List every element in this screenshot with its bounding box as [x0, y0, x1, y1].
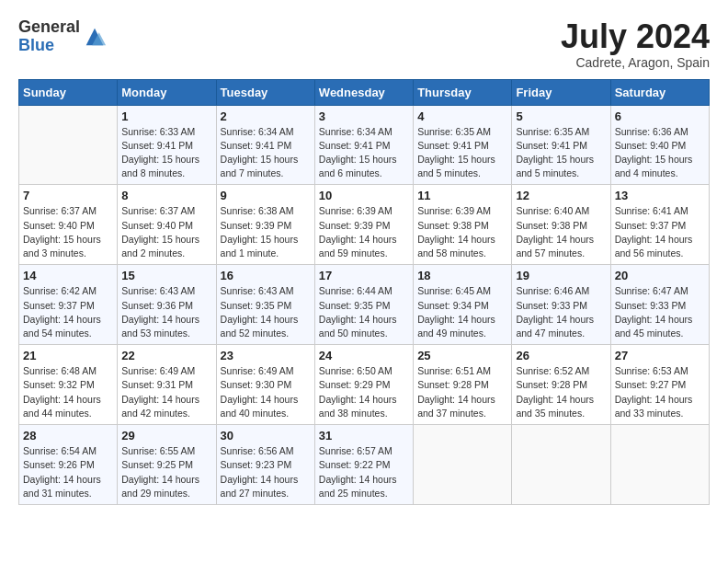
calendar-cell: 5Sunrise: 6:35 AM Sunset: 9:41 PM Daylig…: [512, 105, 610, 185]
cell-daylight-info: Sunrise: 6:49 AM Sunset: 9:30 PM Dayligh…: [221, 364, 311, 420]
calendar-cell: 11Sunrise: 6:39 AM Sunset: 9:38 PM Dayli…: [414, 185, 512, 265]
day-of-week-header: Tuesday: [216, 79, 314, 105]
day-of-week-header: Thursday: [414, 79, 512, 105]
cell-daylight-info: Sunrise: 6:37 AM Sunset: 9:40 PM Dayligh…: [121, 204, 211, 260]
logo-general: General: [18, 18, 80, 37]
calendar-cell: [414, 425, 512, 505]
logo: General Blue: [18, 18, 108, 55]
day-number: 17: [319, 269, 409, 282]
calendar-cell: [512, 425, 610, 505]
cell-daylight-info: Sunrise: 6:49 AM Sunset: 9:31 PM Dayligh…: [121, 364, 211, 420]
day-number: 18: [417, 269, 507, 282]
day-number: 5: [516, 109, 606, 123]
day-number: 20: [615, 269, 705, 282]
day-number: 11: [417, 189, 507, 202]
cell-daylight-info: Sunrise: 6:52 AM Sunset: 9:28 PM Dayligh…: [516, 364, 606, 420]
calendar-cell: 2Sunrise: 6:34 AM Sunset: 9:41 PM Daylig…: [216, 105, 314, 185]
cell-daylight-info: Sunrise: 6:45 AM Sunset: 9:34 PM Dayligh…: [417, 284, 507, 340]
cell-daylight-info: Sunrise: 6:57 AM Sunset: 9:22 PM Dayligh…: [319, 444, 409, 500]
title-block: July 2024 Cadrete, Aragon, Spain: [561, 18, 710, 70]
day-number: 12: [516, 189, 606, 202]
cell-daylight-info: Sunrise: 6:35 AM Sunset: 9:41 PM Dayligh…: [417, 125, 507, 181]
calendar-cell: 1Sunrise: 6:33 AM Sunset: 9:41 PM Daylig…: [118, 105, 216, 185]
day-of-week-header: Wednesday: [314, 79, 413, 105]
day-of-week-header: Friday: [512, 79, 610, 105]
day-of-week-header: Sunday: [19, 79, 118, 105]
day-number: 26: [516, 349, 606, 362]
calendar-cell: 16Sunrise: 6:43 AM Sunset: 9:35 PM Dayli…: [216, 265, 314, 345]
cell-daylight-info: Sunrise: 6:43 AM Sunset: 9:36 PM Dayligh…: [121, 284, 211, 340]
day-number: 15: [121, 269, 211, 282]
location: Cadrete, Aragon, Spain: [561, 55, 710, 70]
day-number: 10: [319, 189, 409, 202]
calendar-cell: 15Sunrise: 6:43 AM Sunset: 9:36 PM Dayli…: [118, 265, 216, 345]
cell-daylight-info: Sunrise: 6:38 AM Sunset: 9:39 PM Dayligh…: [221, 204, 311, 260]
cell-daylight-info: Sunrise: 6:39 AM Sunset: 9:38 PM Dayligh…: [417, 204, 507, 260]
page-header: General Blue July 2024 Cadrete, Aragon, …: [18, 18, 710, 70]
day-number: 23: [221, 349, 311, 362]
calendar-cell: 29Sunrise: 6:55 AM Sunset: 9:25 PM Dayli…: [118, 425, 216, 505]
month-title: July 2024: [561, 18, 710, 55]
day-number: 14: [23, 269, 113, 282]
calendar-cell: 6Sunrise: 6:36 AM Sunset: 9:40 PM Daylig…: [610, 105, 709, 185]
day-of-week-header: Saturday: [610, 79, 709, 105]
day-number: 9: [221, 189, 311, 202]
day-number: 24: [319, 349, 409, 362]
day-number: 31: [319, 429, 409, 442]
calendar-cell: 30Sunrise: 6:56 AM Sunset: 9:23 PM Dayli…: [216, 425, 314, 505]
day-number: 8: [121, 189, 211, 202]
calendar-cell: [610, 425, 709, 505]
calendar-cell: 26Sunrise: 6:52 AM Sunset: 9:28 PM Dayli…: [512, 345, 610, 425]
calendar-cell: 31Sunrise: 6:57 AM Sunset: 9:22 PM Dayli…: [314, 425, 413, 505]
cell-daylight-info: Sunrise: 6:43 AM Sunset: 9:35 PM Dayligh…: [221, 284, 311, 340]
cell-daylight-info: Sunrise: 6:36 AM Sunset: 9:40 PM Dayligh…: [615, 125, 705, 181]
day-number: 16: [221, 269, 311, 282]
cell-daylight-info: Sunrise: 6:56 AM Sunset: 9:23 PM Dayligh…: [221, 444, 311, 500]
calendar-cell: 27Sunrise: 6:53 AM Sunset: 9:27 PM Dayli…: [610, 345, 709, 425]
cell-daylight-info: Sunrise: 6:54 AM Sunset: 9:26 PM Dayligh…: [23, 444, 113, 500]
cell-daylight-info: Sunrise: 6:50 AM Sunset: 9:29 PM Dayligh…: [319, 364, 409, 420]
cell-daylight-info: Sunrise: 6:42 AM Sunset: 9:37 PM Dayligh…: [23, 284, 113, 340]
cell-daylight-info: Sunrise: 6:55 AM Sunset: 9:25 PM Dayligh…: [121, 444, 211, 500]
calendar-cell: 25Sunrise: 6:51 AM Sunset: 9:28 PM Dayli…: [414, 345, 512, 425]
cell-daylight-info: Sunrise: 6:33 AM Sunset: 9:41 PM Dayligh…: [121, 125, 211, 181]
day-number: 29: [121, 429, 211, 442]
cell-daylight-info: Sunrise: 6:44 AM Sunset: 9:35 PM Dayligh…: [319, 284, 409, 340]
calendar-cell: [19, 105, 118, 185]
cell-daylight-info: Sunrise: 6:34 AM Sunset: 9:41 PM Dayligh…: [319, 125, 409, 181]
calendar-cell: 18Sunrise: 6:45 AM Sunset: 9:34 PM Dayli…: [414, 265, 512, 345]
cell-daylight-info: Sunrise: 6:39 AM Sunset: 9:39 PM Dayligh…: [319, 204, 409, 260]
calendar-cell: 28Sunrise: 6:54 AM Sunset: 9:26 PM Dayli…: [19, 425, 118, 505]
cell-daylight-info: Sunrise: 6:40 AM Sunset: 9:38 PM Dayligh…: [516, 204, 606, 260]
cell-daylight-info: Sunrise: 6:51 AM Sunset: 9:28 PM Dayligh…: [417, 364, 507, 420]
day-number: 27: [615, 349, 705, 362]
day-number: 6: [615, 109, 705, 123]
calendar-cell: 14Sunrise: 6:42 AM Sunset: 9:37 PM Dayli…: [19, 265, 118, 345]
calendar-cell: 3Sunrise: 6:34 AM Sunset: 9:41 PM Daylig…: [314, 105, 413, 185]
calendar-cell: 23Sunrise: 6:49 AM Sunset: 9:30 PM Dayli…: [216, 345, 314, 425]
calendar-header-row: SundayMondayTuesdayWednesdayThursdayFrid…: [19, 79, 710, 105]
logo-icon: [82, 24, 108, 50]
calendar-week-row: 28Sunrise: 6:54 AM Sunset: 9:26 PM Dayli…: [19, 425, 710, 505]
day-number: 2: [221, 109, 311, 123]
day-of-week-header: Monday: [118, 79, 216, 105]
calendar-cell: 20Sunrise: 6:47 AM Sunset: 9:33 PM Dayli…: [610, 265, 709, 345]
day-number: 25: [417, 349, 507, 362]
day-number: 21: [23, 349, 113, 362]
day-number: 22: [121, 349, 211, 362]
calendar-cell: 9Sunrise: 6:38 AM Sunset: 9:39 PM Daylig…: [216, 185, 314, 265]
day-number: 28: [23, 429, 113, 442]
cell-daylight-info: Sunrise: 6:46 AM Sunset: 9:33 PM Dayligh…: [516, 284, 606, 340]
logo-blue: Blue: [18, 37, 80, 55]
calendar-cell: 7Sunrise: 6:37 AM Sunset: 9:40 PM Daylig…: [19, 185, 118, 265]
day-number: 4: [417, 109, 507, 123]
calendar-cell: 10Sunrise: 6:39 AM Sunset: 9:39 PM Dayli…: [314, 185, 413, 265]
cell-daylight-info: Sunrise: 6:53 AM Sunset: 9:27 PM Dayligh…: [615, 364, 705, 420]
calendar-cell: 12Sunrise: 6:40 AM Sunset: 9:38 PM Dayli…: [512, 185, 610, 265]
cell-daylight-info: Sunrise: 6:34 AM Sunset: 9:41 PM Dayligh…: [221, 125, 311, 181]
calendar-cell: 24Sunrise: 6:50 AM Sunset: 9:29 PM Dayli…: [314, 345, 413, 425]
day-number: 7: [23, 189, 113, 202]
calendar-week-row: 21Sunrise: 6:48 AM Sunset: 9:32 PM Dayli…: [19, 345, 710, 425]
calendar-cell: 22Sunrise: 6:49 AM Sunset: 9:31 PM Dayli…: [118, 345, 216, 425]
cell-daylight-info: Sunrise: 6:37 AM Sunset: 9:40 PM Dayligh…: [23, 204, 113, 260]
